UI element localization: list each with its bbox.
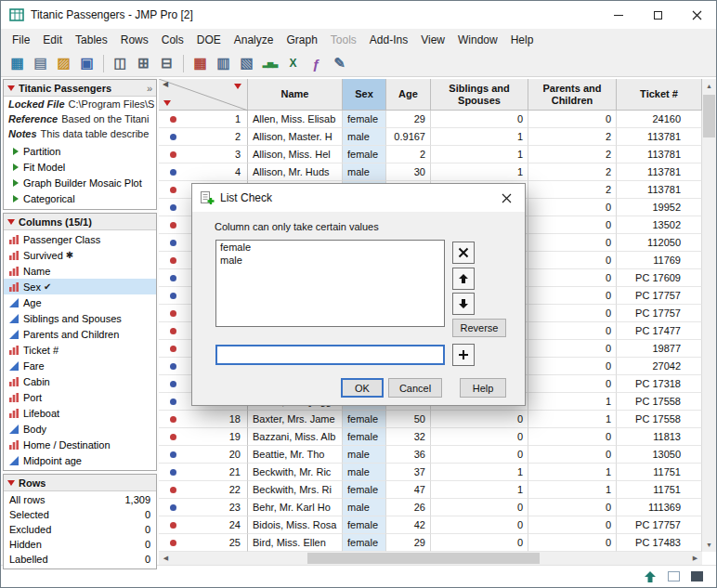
cell-sib[interactable]: 1 — [431, 464, 528, 481]
cell-name[interactable]: Beckwith, Mr. Ric — [248, 464, 343, 481]
continuous-column-icon[interactable] — [8, 455, 20, 466]
script-run-icon[interactable] — [13, 195, 19, 203]
row-header[interactable]: 24 — [159, 516, 248, 534]
vertical-scroll-thumb[interactable] — [703, 95, 715, 137]
cell-ticket[interactable]: PC 17477 — [617, 322, 702, 340]
value-list[interactable]: femalemale — [215, 240, 445, 327]
nominal-column-icon[interactable] — [8, 250, 20, 261]
column-item-passenger-class[interactable]: Passenger Class — [4, 231, 156, 247]
cell-ticket[interactable]: 13050 — [617, 446, 702, 464]
cell-par[interactable]: 1 — [528, 464, 617, 481]
nominal-column-icon[interactable] — [8, 266, 20, 277]
cell-ticket[interactable]: 11813 — [617, 428, 702, 446]
cell-par[interactable]: 0 — [528, 516, 617, 534]
column-item-midpoint-age[interactable]: Midpoint age — [4, 452, 156, 468]
excel-import-icon[interactable]: X — [282, 53, 304, 74]
column-header-parents-and-children[interactable]: Parents and Children — [528, 79, 617, 111]
column-header-sex[interactable]: Sex — [343, 79, 386, 111]
cell-age[interactable]: 36 — [386, 446, 431, 464]
cell-ticket[interactable]: 11751 — [617, 481, 702, 499]
row-state-marker[interactable] — [170, 469, 176, 476]
rows-menu-icon[interactable] — [163, 100, 171, 106]
menu-analyze[interactable]: Analyze — [228, 31, 280, 49]
cell-ticket[interactable]: PC 17609 — [617, 269, 702, 287]
column-header-name[interactable]: Name — [248, 79, 343, 111]
cell-ticket[interactable]: 113781 — [617, 163, 702, 181]
cell-sib[interactable]: 0 — [431, 411, 528, 428]
maximize-button[interactable] — [638, 1, 677, 29]
new-journal-icon[interactable]: ▤ — [30, 53, 51, 74]
grid-corner[interactable]: ◀ — [159, 79, 248, 111]
column-item-fare[interactable]: Fare — [4, 358, 156, 373]
move-up-button[interactable] — [452, 268, 475, 290]
cell-age[interactable]: 26 — [386, 499, 431, 516]
table-script-graph-builder-mosaic-plot[interactable]: Graph Builder Mosaic Plot — [4, 175, 156, 190]
cell-sex[interactable]: female — [343, 411, 386, 428]
scroll-left-icon[interactable]: ◀ — [163, 80, 168, 88]
cell-par[interactable]: 0 — [528, 499, 617, 516]
sort-table-icon[interactable]: ▥ — [213, 53, 234, 74]
cell-par[interactable]: 0 — [528, 358, 617, 375]
nominal-column-icon[interactable] — [8, 439, 20, 451]
cell-par[interactable]: 0 — [528, 111, 617, 128]
row-header[interactable]: 4 — [159, 163, 248, 181]
script-run-icon[interactable] — [13, 148, 19, 155]
scroll-down-icon[interactable]: ▼ — [702, 538, 716, 552]
cell-sex[interactable]: female — [343, 534, 386, 552]
cell-age[interactable]: 47 — [386, 481, 431, 499]
horizontal-scrollbar[interactable]: ◀ ▶ — [159, 552, 702, 565]
cell-name[interactable]: Baxter, Mrs. Jame — [248, 411, 343, 428]
column-header-ticket-[interactable]: Ticket # — [617, 79, 702, 111]
ok-button[interactable]: OK — [341, 378, 384, 398]
cell-par[interactable]: 0 — [528, 428, 617, 446]
menu-tables[interactable]: Tables — [69, 31, 114, 49]
menu-help[interactable]: Help — [504, 31, 541, 49]
cell-sib[interactable]: 0 — [431, 499, 528, 516]
table-panel-header[interactable]: Titanic Passengers » — [4, 80, 156, 97]
row-state-marker[interactable] — [170, 487, 176, 493]
cell-ticket[interactable]: 113781 — [617, 181, 702, 199]
cell-sex[interactable]: male — [343, 499, 386, 516]
window-active-icon[interactable] — [691, 571, 703, 581]
cell-ticket[interactable]: 24160 — [617, 111, 702, 128]
row-state-marker[interactable] — [170, 240, 176, 246]
cell-par[interactable]: 2 — [528, 163, 617, 181]
paste-icon[interactable]: ⊞ — [133, 53, 154, 74]
row-header[interactable]: 1 — [159, 111, 248, 128]
cell-name[interactable]: Allison, Master. H — [248, 128, 343, 146]
continuous-column-icon[interactable] — [8, 329, 20, 340]
help-button[interactable]: Help — [460, 378, 506, 398]
cell-age[interactable]: 37 — [386, 464, 431, 481]
column-item-survived[interactable]: Survived✱ — [4, 247, 156, 263]
cell-ticket[interactable]: 113781 — [617, 128, 702, 146]
script-run-icon[interactable] — [13, 179, 19, 187]
cell-par[interactable]: 1 — [528, 393, 617, 411]
cell-name[interactable]: Allison, Mr. Huds — [248, 163, 343, 181]
column-item-lifeboat[interactable]: Lifeboat — [4, 405, 156, 421]
row-state-marker[interactable] — [170, 169, 176, 176]
cell-sib[interactable]: 1 — [431, 146, 528, 163]
menu-add-ins[interactable]: Add-Ins — [363, 31, 414, 49]
list-value-item[interactable]: female — [216, 241, 444, 254]
cell-ticket[interactable]: 13502 — [617, 216, 702, 234]
row-state-marker[interactable] — [170, 399, 176, 405]
cell-par[interactable]: 0 — [528, 269, 617, 287]
summary-table-icon[interactable]: ▧ — [236, 53, 257, 74]
column-item-home-destination[interactable]: Home / Destination — [4, 437, 156, 452]
close-button[interactable] — [677, 1, 716, 29]
row-state-marker[interactable] — [170, 416, 176, 423]
column-item-port[interactable]: Port — [4, 389, 156, 405]
menu-view[interactable]: View — [414, 31, 451, 49]
move-down-button[interactable] — [452, 293, 475, 315]
table-script-fit-model[interactable]: Fit Model — [4, 159, 156, 175]
cell-age[interactable]: 32 — [386, 428, 431, 446]
rows-panel-header[interactable]: Rows — [4, 475, 156, 491]
cell-par[interactable]: 0 — [528, 234, 617, 252]
cell-age[interactable]: 42 — [386, 516, 431, 534]
cell-sib[interactable]: 0 — [431, 516, 528, 534]
list-value-item[interactable]: male — [216, 254, 444, 267]
script-icon[interactable]: ✎ — [329, 53, 350, 74]
row-state-marker[interactable] — [170, 275, 176, 281]
row-header[interactable]: 18 — [159, 411, 248, 428]
cell-sib[interactable]: 1 — [431, 163, 528, 181]
